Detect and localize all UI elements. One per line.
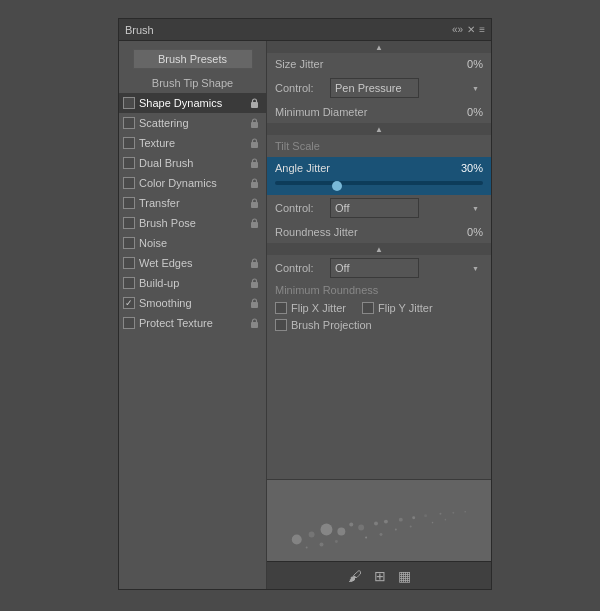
- brush-projection-label: Brush Projection: [291, 319, 372, 331]
- brush-preview-svg: [267, 480, 491, 561]
- svg-rect-5: [251, 202, 258, 208]
- sidebar-item-build-up[interactable]: Build-up: [119, 273, 266, 293]
- svg-point-13: [321, 524, 333, 536]
- texture-label: Texture: [139, 137, 246, 149]
- svg-point-19: [399, 518, 403, 522]
- brush-projection-row: Brush Projection: [267, 317, 491, 333]
- grid-view-icon[interactable]: ⊞: [374, 568, 386, 584]
- angle-control-select[interactable]: Off Fade Pen Pressure Pen Tilt: [330, 198, 419, 218]
- min-diameter-row: Minimum Diameter 0%: [267, 101, 491, 123]
- noise-label: Noise: [139, 237, 260, 249]
- sidebar-item-color-dynamics[interactable]: Color Dynamics: [119, 173, 266, 193]
- sidebar-item-wet-edges[interactable]: Wet Edges: [119, 253, 266, 273]
- svg-point-25: [320, 542, 324, 546]
- flip-x-checkbox[interactable]: [275, 302, 287, 314]
- brush-projection-checkbox[interactable]: [275, 319, 287, 331]
- dual-brush-label: Dual Brush: [139, 157, 246, 169]
- brush-pose-label: Brush Pose: [139, 217, 246, 229]
- control-label-1: Control:: [275, 82, 330, 94]
- sidebar-item-texture[interactable]: Texture: [119, 133, 266, 153]
- brush-tip-shape-label: Brush Tip Shape: [119, 75, 266, 93]
- svg-rect-2: [251, 142, 258, 148]
- svg-point-21: [424, 514, 427, 517]
- scattering-checkbox[interactable]: [123, 117, 135, 129]
- scroll-up-arrow[interactable]: ▲: [267, 41, 491, 53]
- angle-jitter-slider-track[interactable]: [275, 181, 483, 189]
- size-jitter-control-row: Control: Pen Pressure: [267, 75, 491, 101]
- sidebar-item-smoothing[interactable]: Smoothing: [119, 293, 266, 313]
- angle-jitter-label: Angle Jitter: [275, 162, 455, 174]
- lock-icon-protect-texture: [248, 317, 260, 329]
- tilt-scale-divider-arrow[interactable]: ▲: [267, 123, 491, 135]
- slider-track-bg: [275, 181, 483, 185]
- wet-edges-checkbox[interactable]: [123, 257, 135, 269]
- panel-options-icon[interactable]: ▦: [398, 568, 411, 584]
- sidebar-item-noise[interactable]: Noise: [119, 233, 266, 253]
- brush-tool-icon[interactable]: 🖌: [348, 568, 362, 584]
- svg-point-31: [306, 546, 308, 548]
- svg-point-20: [412, 516, 415, 519]
- svg-rect-3: [251, 162, 258, 168]
- flip-checkboxes-row: Flip X Jitter Flip Y Jitter: [267, 299, 491, 317]
- min-diameter-label: Minimum Diameter: [275, 106, 455, 118]
- spacer: [267, 333, 491, 341]
- scattering-label: Scattering: [139, 117, 246, 129]
- angle-control-row: Control: Off Fade Pen Pressure Pen Tilt: [267, 195, 491, 221]
- dual-brush-checkbox[interactable]: [123, 157, 135, 169]
- color-dynamics-label: Color Dynamics: [139, 177, 246, 189]
- collapse-icon[interactable]: «»: [452, 24, 463, 35]
- sidebar-item-brush-pose[interactable]: Brush Pose: [119, 213, 266, 233]
- shape-dynamics-checkbox[interactable]: [123, 97, 135, 109]
- tilt-scale-label: Tilt Scale: [275, 140, 320, 152]
- flip-y-group: Flip Y Jitter: [362, 302, 433, 314]
- sidebar-item-shape-dynamics[interactable]: Shape Dynamics: [119, 93, 266, 113]
- brush-preview: [267, 479, 491, 561]
- roundness-control-select[interactable]: Off Fade Pen Pressure: [330, 258, 419, 278]
- brush-panel: Brush «» ✕ ≡ Brush Presets Brush Tip Sha…: [118, 18, 492, 590]
- build-up-checkbox[interactable]: [123, 277, 135, 289]
- lock-icon-wet-edges: [248, 257, 260, 269]
- flip-y-checkbox[interactable]: [362, 302, 374, 314]
- pen-pressure-select[interactable]: Pen Pressure: [330, 78, 419, 98]
- protect-texture-label: Protect Texture: [139, 317, 246, 329]
- sidebar-item-scattering[interactable]: Scattering: [119, 113, 266, 133]
- close-icon[interactable]: ✕: [467, 24, 475, 35]
- lock-icon-shape-dynamics: [248, 97, 260, 109]
- size-jitter-row: Size Jitter 0%: [267, 53, 491, 75]
- svg-point-17: [374, 522, 378, 526]
- roundness-jitter-value: 0%: [455, 226, 483, 238]
- smoothing-checkbox[interactable]: [123, 297, 135, 309]
- texture-checkbox[interactable]: [123, 137, 135, 149]
- sidebar-item-dual-brush[interactable]: Dual Brush: [119, 153, 266, 173]
- color-dynamics-checkbox[interactable]: [123, 177, 135, 189]
- flip-x-group: Flip X Jitter: [275, 302, 346, 314]
- svg-point-26: [335, 540, 338, 543]
- shape-dynamics-label: Shape Dynamics: [139, 97, 246, 109]
- wet-edges-label: Wet Edges: [139, 257, 246, 269]
- lock-icon-texture: [248, 137, 260, 149]
- transfer-checkbox[interactable]: [123, 197, 135, 209]
- svg-point-16: [358, 525, 364, 531]
- brush-pose-checkbox[interactable]: [123, 217, 135, 229]
- lock-icon-color-dynamics: [248, 177, 260, 189]
- noise-checkbox[interactable]: [123, 237, 135, 249]
- sidebar-item-protect-texture[interactable]: Protect Texture: [119, 313, 266, 333]
- menu-icon[interactable]: ≡: [479, 24, 485, 35]
- titlebar-icons: «» ✕ ≡: [452, 24, 485, 35]
- brush-presets-button[interactable]: Brush Presets: [133, 49, 253, 69]
- svg-rect-6: [251, 222, 258, 228]
- sidebar-item-transfer[interactable]: Transfer: [119, 193, 266, 213]
- svg-point-30: [410, 526, 412, 528]
- lock-icon-dual-brush: [248, 157, 260, 169]
- size-jitter-label: Size Jitter: [275, 58, 455, 70]
- lock-icon-smoothing: [248, 297, 260, 309]
- transfer-label: Transfer: [139, 197, 246, 209]
- roundness-divider-arrow[interactable]: ▲: [267, 243, 491, 255]
- svg-point-27: [365, 536, 367, 538]
- protect-texture-checkbox[interactable]: [123, 317, 135, 329]
- angle-jitter-thumb[interactable]: [332, 181, 342, 191]
- panel-title: Brush: [125, 24, 154, 36]
- svg-rect-4: [251, 182, 258, 188]
- panel-body: Brush Presets Brush Tip Shape Shape Dyna…: [119, 41, 491, 589]
- size-jitter-value: 0%: [455, 58, 483, 70]
